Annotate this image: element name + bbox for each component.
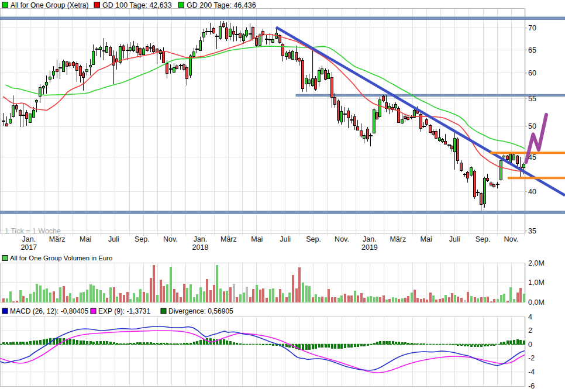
svg-text:März: März [49,235,66,243]
svg-text:All for One Group (Xetra): All for One Group (Xetra) [11,1,88,9]
svg-text:1 Tick = 1 Woche: 1 Tick = 1 Woche [5,227,61,235]
svg-text:Juli: Juli [108,235,119,243]
svg-text:All for One Group Volumen in E: All for One Group Volumen in Euro [10,255,112,262]
svg-text:Nov.: Nov. [504,235,519,243]
svg-text:2: 2 [528,326,532,335]
svg-text:Sep.: Sep. [135,235,150,243]
svg-text:Sep.: Sep. [476,235,491,243]
svg-text:Sep.: Sep. [306,235,321,243]
svg-text:2018: 2018 [192,243,209,252]
svg-text:50: 50 [528,122,536,130]
svg-text:-6: -6 [528,382,535,390]
svg-text:Mai: Mai [251,235,263,243]
svg-text:GD 100 Tage: 42,633: GD 100 Tage: 42,633 [102,1,172,9]
svg-text:Mai: Mai [421,235,432,243]
svg-text:70: 70 [528,24,536,32]
svg-text:40: 40 [528,188,536,196]
svg-text:2,0M: 2,0M [528,259,545,267]
svg-text:März: März [221,235,237,243]
svg-text:4: 4 [528,313,532,321]
svg-text:2019: 2019 [361,243,378,252]
svg-text:-4: -4 [528,368,535,376]
svg-text:55: 55 [528,95,536,103]
svg-text:Jan.: Jan. [22,235,36,243]
svg-text:GD 200 Tage: 46,436: GD 200 Tage: 46,436 [187,1,256,9]
svg-text:Nov.: Nov. [163,235,178,243]
svg-text:2017: 2017 [20,243,37,252]
svg-text:60: 60 [528,69,536,77]
svg-text:0,0M: 0,0M [528,298,545,307]
svg-text:0: 0 [528,341,532,349]
svg-text:Jan.: Jan. [363,235,377,243]
svg-text:35: 35 [528,227,536,235]
svg-text:EXP (9): -1,3731: EXP (9): -1,3731 [98,307,150,315]
svg-text:Jan.: Jan. [194,235,208,243]
svg-text:März: März [390,235,406,243]
svg-text:Nov.: Nov. [335,235,349,243]
svg-text:Divergence: 0,56905: Divergence: 0,56905 [168,307,233,315]
svg-text:Juli: Juli [280,235,291,243]
svg-text:65: 65 [528,46,536,54]
svg-text:Mai: Mai [80,235,91,243]
svg-text:45: 45 [528,153,536,161]
svg-text:1,0M: 1,0M [528,278,545,287]
svg-text:MACD (26, 12): -0,80405: MACD (26, 12): -0,80405 [10,307,88,315]
svg-text:-2: -2 [528,354,535,362]
svg-text:Juli: Juli [449,235,460,243]
